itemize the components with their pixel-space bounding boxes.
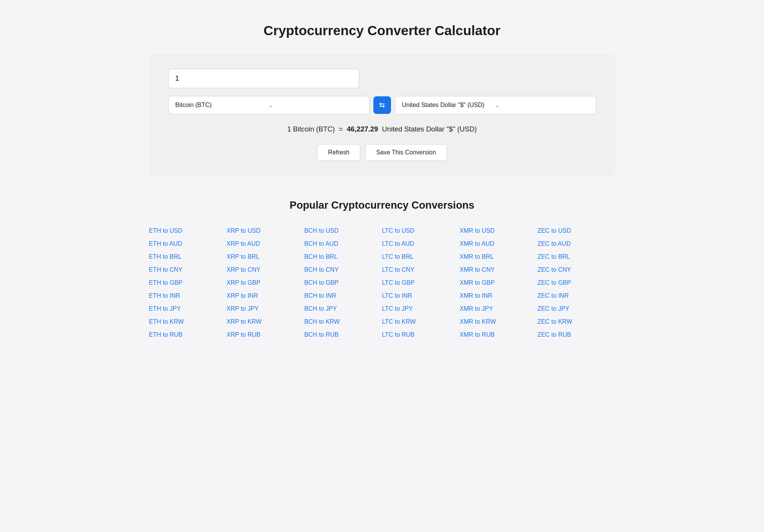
amount-input[interactable] bbox=[168, 69, 359, 88]
conversion-link[interactable]: XRP to JPY bbox=[227, 303, 304, 315]
conversion-link[interactable]: XMR to INR bbox=[460, 290, 537, 302]
conversion-link[interactable]: LTC to RUB bbox=[382, 329, 459, 341]
conversion-link[interactable]: XRP to GBP bbox=[227, 277, 304, 289]
conversion-link[interactable]: ETH to CNY bbox=[149, 264, 227, 276]
conversion-link[interactable]: ETH to USD bbox=[149, 225, 227, 237]
swap-button[interactable]: ⇆ bbox=[373, 96, 391, 114]
result-row: 1 Bitcoin (BTC) = 46,227.29 United State… bbox=[168, 125, 596, 133]
conversion-link[interactable]: ZEC to JPY bbox=[537, 303, 615, 315]
currency-row: Bitcoin (BTC) ⌄ ⇆ United States Dollar "… bbox=[168, 96, 596, 114]
conversion-link[interactable]: XMR to GBP bbox=[460, 277, 537, 289]
popular-section-title: Popular Cryptocurrency Conversions bbox=[149, 199, 615, 211]
conversion-link[interactable]: ZEC to USD bbox=[537, 225, 615, 237]
conversion-link[interactable]: BCH to KRW bbox=[304, 316, 382, 328]
conversion-link[interactable]: BCH to GBP bbox=[304, 277, 382, 289]
conversion-link[interactable]: LTC to GBP bbox=[382, 277, 459, 289]
conversion-link[interactable]: ETH to GBP bbox=[149, 277, 227, 289]
from-currency-select[interactable]: Bitcoin (BTC) ⌄ bbox=[168, 96, 370, 114]
conversion-link[interactable]: ZEC to BRL bbox=[537, 251, 615, 263]
conversions-grid: ETH to USDXRP to USDBCH to USDLTC to USD… bbox=[149, 225, 615, 341]
conversion-link[interactable]: BCH to INR bbox=[304, 290, 382, 302]
conversion-link[interactable]: XRP to RUB bbox=[227, 329, 304, 341]
conversion-link[interactable]: XMR to CNY bbox=[460, 264, 537, 276]
conversion-link[interactable]: BCH to CNY bbox=[304, 264, 382, 276]
conversion-link[interactable]: XMR to USD bbox=[460, 225, 537, 237]
conversion-link[interactable]: ZEC to INR bbox=[537, 290, 615, 302]
conversion-link[interactable]: XRP to USD bbox=[227, 225, 304, 237]
conversion-link[interactable]: LTC to KRW bbox=[382, 316, 459, 328]
page-title: Cryptocurrency Converter Calculator bbox=[149, 23, 615, 38]
conversion-link[interactable]: XRP to KRW bbox=[227, 316, 304, 328]
result-from-text: 1 Bitcoin (BTC) bbox=[287, 125, 335, 133]
from-chevron-icon: ⌄ bbox=[269, 102, 362, 108]
conversion-link[interactable]: ETH to INR bbox=[149, 290, 227, 302]
conversion-link[interactable]: LTC to CNY bbox=[382, 264, 459, 276]
conversion-link[interactable]: BCH to RUB bbox=[304, 329, 382, 341]
conversion-link[interactable]: XRP to INR bbox=[227, 290, 304, 302]
conversion-link[interactable]: XMR to RUB bbox=[460, 329, 537, 341]
to-chevron-icon: ⌄ bbox=[495, 102, 589, 108]
conversion-link[interactable]: XMR to JPY bbox=[460, 303, 537, 315]
refresh-button[interactable]: Refresh bbox=[317, 144, 360, 161]
conversion-link[interactable]: ETH to RUB bbox=[149, 329, 227, 341]
conversion-link[interactable]: BCH to AUD bbox=[304, 238, 382, 250]
result-to-currency: United States Dollar "$" (USD) bbox=[382, 125, 477, 133]
conversion-link[interactable]: XMR to BRL bbox=[460, 251, 537, 263]
conversion-link[interactable]: BCH to BRL bbox=[304, 251, 382, 263]
conversion-link[interactable]: ETH to KRW bbox=[149, 316, 227, 328]
conversion-link[interactable]: ETH to AUD bbox=[149, 238, 227, 250]
result-equals: = bbox=[339, 125, 343, 133]
conversion-link[interactable]: XRP to AUD bbox=[227, 238, 304, 250]
conversion-link[interactable]: LTC to AUD bbox=[382, 238, 459, 250]
conversion-link[interactable]: XMR to KRW bbox=[460, 316, 537, 328]
conversion-link[interactable]: XRP to CNY bbox=[227, 264, 304, 276]
to-currency-select[interactable]: United States Dollar "$" (USD) ⌄ bbox=[395, 96, 596, 114]
conversion-link[interactable]: LTC to BRL bbox=[382, 251, 459, 263]
conversion-link[interactable]: LTC to INR bbox=[382, 290, 459, 302]
conversion-link[interactable]: LTC to JPY bbox=[382, 303, 459, 315]
conversion-link[interactable]: ZEC to KRW bbox=[537, 316, 615, 328]
conversion-link[interactable]: ZEC to CNY bbox=[537, 264, 615, 276]
conversion-link[interactable]: XRP to BRL bbox=[227, 251, 304, 263]
result-value: 46,227.29 bbox=[347, 125, 378, 133]
from-currency-label: Bitcoin (BTC) bbox=[175, 102, 269, 109]
save-conversion-button[interactable]: Save This Conversion bbox=[365, 144, 447, 161]
swap-icon: ⇆ bbox=[379, 101, 385, 109]
converter-card: Bitcoin (BTC) ⌄ ⇆ United States Dollar "… bbox=[149, 54, 615, 176]
conversion-link[interactable]: BCH to USD bbox=[304, 225, 382, 237]
conversion-link[interactable]: ETH to JPY bbox=[149, 303, 227, 315]
action-buttons: Refresh Save This Conversion bbox=[168, 144, 596, 161]
to-currency-label: United States Dollar "$" (USD) bbox=[402, 102, 496, 109]
conversion-link[interactable]: BCH to JPY bbox=[304, 303, 382, 315]
conversion-link[interactable]: ZEC to GBP bbox=[537, 277, 615, 289]
conversion-link[interactable]: LTC to USD bbox=[382, 225, 459, 237]
conversion-link[interactable]: ETH to BRL bbox=[149, 251, 227, 263]
conversion-link[interactable]: ZEC to RUB bbox=[537, 329, 615, 341]
conversion-link[interactable]: XMR to AUD bbox=[460, 238, 537, 250]
conversion-link[interactable]: ZEC to AUD bbox=[537, 238, 615, 250]
